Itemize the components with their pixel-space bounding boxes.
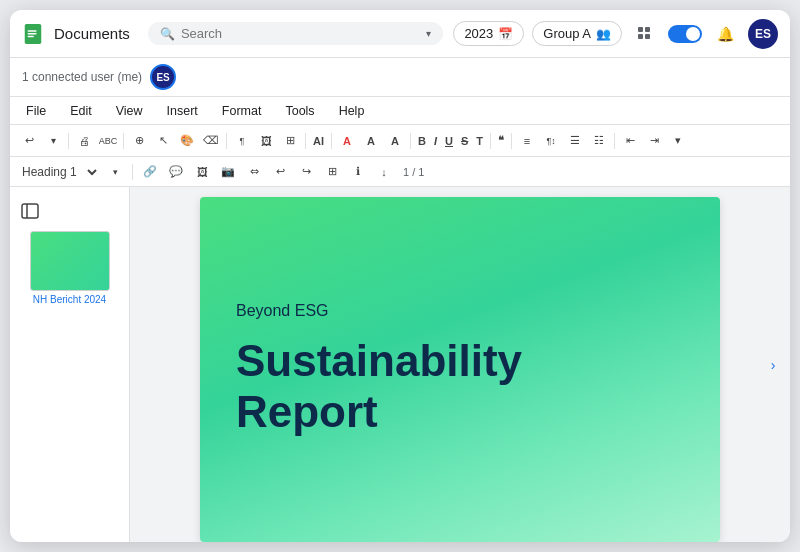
page-counter: 1 / 1: [403, 166, 424, 178]
sub-btn[interactable]: T: [473, 133, 486, 149]
doc-subtitle: Beyond ESG: [236, 302, 684, 320]
svg-rect-2: [28, 33, 37, 34]
second-bar: 1 connected user (me) ES: [10, 58, 790, 97]
connected-text: 1 connected user (me): [22, 70, 142, 84]
bell-icon: 🔔: [717, 26, 734, 42]
info-btn[interactable]: ℹ: [347, 161, 369, 183]
toggle-switch[interactable]: [668, 25, 702, 43]
italic-btn[interactable]: I: [431, 133, 440, 149]
divider2: [123, 133, 124, 149]
indent-inc-btn[interactable]: ⇥: [643, 130, 665, 152]
link-btn[interactable]: 🔗: [139, 161, 161, 183]
align-btn[interactable]: ≡: [516, 130, 538, 152]
resize-btn[interactable]: ⇔: [243, 161, 265, 183]
table-btn[interactable]: ⊞: [279, 130, 301, 152]
divider6: [410, 133, 411, 149]
expand-panel-btn[interactable]: ›: [762, 354, 784, 376]
search-dropdown-icon: ▾: [426, 28, 431, 39]
main-content: NH Bericht 2024 Beyond ESG Sustainabilit…: [10, 187, 790, 542]
linespc-btn[interactable]: ¶↕: [540, 130, 562, 152]
doc-thumbnail[interactable]: NH Bericht 2024: [30, 231, 110, 305]
bold-btn[interactable]: B: [415, 133, 429, 149]
redo-fmt-btn[interactable]: ↪: [295, 161, 317, 183]
search-bar[interactable]: 🔍 ▾: [148, 22, 444, 45]
redo-btn[interactable]: ▾: [42, 130, 64, 152]
top-bar-right: 2023 📅 Group A 👥: [453, 19, 778, 49]
app-icon: [22, 23, 44, 45]
heading-style-select[interactable]: Heading 1 Normal text Heading 2 Heading …: [18, 164, 100, 180]
spellcheck-btn[interactable]: ABC: [97, 130, 119, 152]
format-bar: Heading 1 Normal text Heading 2 Heading …: [10, 157, 790, 187]
fdivider1: [132, 164, 133, 180]
quote-btn[interactable]: ❝: [495, 132, 507, 149]
list-btn[interactable]: ☰: [564, 130, 586, 152]
insert-image-btn[interactable]: 🖼: [191, 161, 213, 183]
year-label: 2023: [464, 26, 493, 41]
svg-rect-1: [28, 30, 37, 31]
divider3: [226, 133, 227, 149]
users-icon: 👥: [596, 27, 611, 41]
image-btn[interactable]: 🖼: [255, 130, 277, 152]
strikethrough-btn[interactable]: S: [458, 133, 471, 149]
svg-rect-5: [645, 27, 650, 32]
divider9: [614, 133, 615, 149]
divider5: [331, 133, 332, 149]
app-window: Documents 🔍 ▾ 2023 📅 Group A 👥: [10, 10, 790, 542]
svg-rect-6: [638, 34, 643, 39]
ai-btn[interactable]: AI: [310, 133, 327, 149]
divider7: [490, 133, 491, 149]
svg-rect-7: [645, 34, 650, 39]
document-page: Beyond ESG Sustainability Report: [200, 197, 720, 542]
menu-help[interactable]: Help: [335, 102, 369, 120]
paint-btn[interactable]: 🎨: [176, 130, 198, 152]
group-label: Group A: [543, 26, 591, 41]
print-btn[interactable]: 🖨: [73, 130, 95, 152]
divider4: [305, 133, 306, 149]
menu-bar: File Edit View Insert Format Tools Help: [10, 97, 790, 125]
eraser-btn[interactable]: ⌫: [200, 130, 222, 152]
table-fmt-btn[interactable]: ⊞: [321, 161, 343, 183]
divider1: [68, 133, 69, 149]
undo-fmt-btn[interactable]: ↩: [269, 161, 291, 183]
doc-cover: Beyond ESG Sustainability Report: [200, 197, 720, 542]
style-dropdown-icon[interactable]: ▾: [104, 161, 126, 183]
group-badge[interactable]: Group A 👥: [532, 21, 622, 46]
connected-user-avatar[interactable]: ES: [150, 64, 176, 90]
more-btn[interactable]: ▾: [667, 130, 689, 152]
cursor-btn[interactable]: ↖: [152, 130, 174, 152]
calendar-icon: 📅: [498, 27, 513, 41]
svg-rect-4: [638, 27, 643, 32]
grid-icon-btn[interactable]: [630, 19, 660, 49]
undo-btn[interactable]: ↩: [18, 130, 40, 152]
numlist-btn[interactable]: ☷: [588, 130, 610, 152]
doc-thumbnail-label: NH Bericht 2024: [30, 294, 110, 305]
menu-file[interactable]: File: [22, 102, 50, 120]
sidebar-icon: [21, 202, 39, 220]
comment-btn[interactable]: 💬: [165, 161, 187, 183]
menu-view[interactable]: View: [112, 102, 147, 120]
year-badge[interactable]: 2023 📅: [453, 21, 524, 46]
menu-tools[interactable]: Tools: [281, 102, 318, 120]
search-icon: 🔍: [160, 27, 175, 41]
zoom-btn[interactable]: ⊕: [128, 130, 150, 152]
font-btn[interactable]: A: [360, 130, 382, 152]
user-avatar[interactable]: ES: [748, 19, 778, 49]
menu-edit[interactable]: Edit: [66, 102, 96, 120]
search-input[interactable]: [181, 26, 421, 41]
sidebar-toggle-btn[interactable]: [16, 197, 44, 225]
down-btn[interactable]: ↓: [373, 161, 395, 183]
indent-dec-btn[interactable]: ⇤: [619, 130, 641, 152]
screenshot-btn[interactable]: 📷: [217, 161, 239, 183]
underline-btn[interactable]: U: [442, 133, 456, 149]
fontcolor-btn[interactable]: A: [336, 130, 358, 152]
fontsize-btn[interactable]: A: [384, 130, 406, 152]
app-title: Documents: [54, 25, 130, 42]
menu-insert[interactable]: Insert: [163, 102, 202, 120]
top-bar: Documents 🔍 ▾ 2023 📅 Group A 👥: [10, 10, 790, 58]
style-btn[interactable]: ¶: [231, 130, 253, 152]
thumbnail-preview: [30, 231, 110, 291]
grid-icon: [637, 26, 653, 42]
notifications-btn[interactable]: 🔔: [710, 19, 740, 49]
toolbar-row1: ↩ ▾ 🖨 ABC ⊕ ↖ 🎨 ⌫ ¶ 🖼 ⊞ AI A A A B I U S…: [10, 125, 790, 157]
menu-format[interactable]: Format: [218, 102, 266, 120]
